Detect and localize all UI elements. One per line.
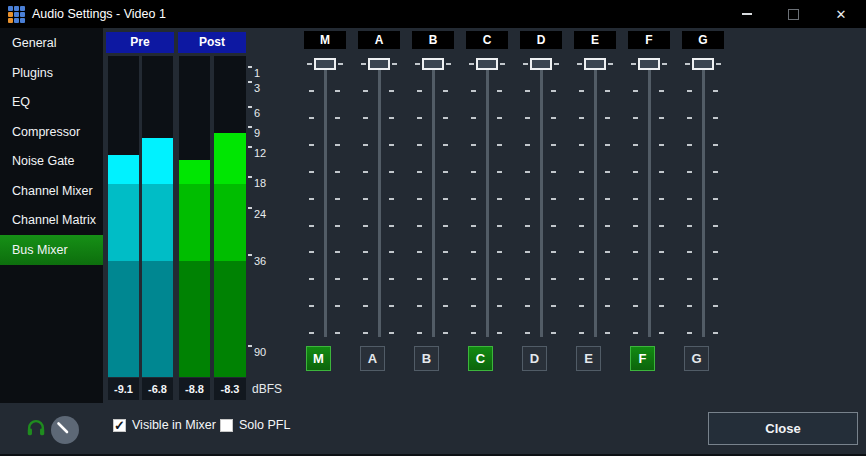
fader-label-c: C (466, 31, 508, 49)
bus-button-f[interactable]: F (630, 346, 655, 371)
fader-tick (335, 305, 340, 307)
fader-tick (335, 171, 340, 173)
bus-button-d[interactable]: D (522, 346, 547, 371)
fader-tick (716, 63, 721, 65)
fader-track[interactable] (594, 70, 597, 337)
headphones-icon[interactable] (25, 417, 47, 439)
fader-tick (363, 251, 368, 253)
close-window-button[interactable]: ✕ (816, 0, 866, 28)
fader-track[interactable] (432, 70, 435, 337)
fader-tick (471, 332, 476, 334)
fader-handle-d[interactable] (530, 58, 552, 70)
bus-button-m[interactable]: M (306, 346, 331, 371)
fader-tick (525, 144, 530, 146)
fader-tick (417, 305, 422, 307)
fader-tick (471, 117, 476, 119)
fader-tick (579, 278, 584, 280)
meter-fill-segment (214, 133, 246, 184)
fader-tick (443, 144, 448, 146)
fader-tick (389, 225, 394, 227)
fader-tick (579, 198, 584, 200)
fader-tick (577, 63, 582, 65)
fader-track[interactable] (702, 70, 705, 337)
monitor-knob-icon[interactable] (50, 415, 80, 445)
fader-handle-b[interactable] (422, 58, 444, 70)
fader-track[interactable] (378, 70, 381, 337)
fader-track[interactable] (486, 70, 489, 337)
fader-tick (633, 171, 638, 173)
fader-tick (363, 225, 368, 227)
sidebar-item-plugins[interactable]: Plugins (0, 58, 103, 88)
fader-tick (605, 225, 610, 227)
fader-tick (579, 251, 584, 253)
fader-tick (497, 278, 502, 280)
fader-tick (551, 332, 556, 334)
close-button[interactable]: Close (708, 412, 858, 445)
fader-track[interactable] (540, 70, 543, 337)
fader-tick (631, 63, 636, 65)
bus-button-g[interactable]: G (684, 346, 709, 371)
fader-tick (443, 278, 448, 280)
scale-tick (248, 81, 252, 83)
meter-fill-segment (108, 261, 139, 377)
bus-button-a[interactable]: A (360, 346, 385, 371)
fader-handle-e[interactable] (584, 58, 606, 70)
sidebar-item-general[interactable]: General (0, 28, 103, 58)
fader-handle-f[interactable] (638, 58, 660, 70)
sidebar-item-eq[interactable]: EQ (0, 87, 103, 117)
fader-tick (497, 251, 502, 253)
fader-column-d: DD (514, 28, 568, 378)
sidebar-item-noise-gate[interactable]: Noise Gate (0, 146, 103, 176)
meter-fill-segment (179, 184, 210, 261)
bus-button-e[interactable]: E (576, 346, 601, 371)
fader-tick (525, 332, 530, 334)
scale-number: 36 (254, 255, 266, 267)
bus-button-b[interactable]: B (414, 346, 439, 371)
fader-tick (309, 171, 314, 173)
sidebar-item-bus-mixer[interactable]: Bus Mixer (0, 235, 103, 265)
fader-tick (713, 90, 718, 92)
scale-tick (248, 126, 252, 128)
fader-tick (551, 278, 556, 280)
sidebar-item-channel-mixer[interactable]: Channel Mixer (0, 176, 103, 206)
fader-label-a: A (358, 31, 400, 49)
app-icon-cell (8, 12, 13, 17)
fader-tick (417, 198, 422, 200)
fader-tick (471, 198, 476, 200)
solo-pfl-checkbox[interactable] (220, 419, 233, 432)
fader-tick (551, 90, 556, 92)
fader-label-b: B (412, 31, 454, 49)
fader-handle-c[interactable] (476, 58, 498, 70)
fader-tick (363, 144, 368, 146)
fader-tick (471, 225, 476, 227)
fader-tick (605, 117, 610, 119)
fader-tick (443, 332, 448, 334)
fader-tick (662, 63, 667, 65)
fader-tick (309, 251, 314, 253)
dbfs-unit-label: dBFS (252, 378, 282, 400)
fader-tick (361, 63, 366, 65)
visible-in-mixer-checkbox[interactable]: ✓ (113, 419, 126, 432)
fader-tick (335, 90, 340, 92)
bus-button-c[interactable]: C (468, 346, 493, 371)
fader-tick (471, 305, 476, 307)
app-icon-cell (14, 12, 19, 17)
maximize-button[interactable] (770, 0, 816, 28)
fader-tick (417, 332, 422, 334)
fader-tick (335, 144, 340, 146)
fader-track[interactable] (324, 70, 327, 337)
sidebar-item-compressor[interactable]: Compressor (0, 117, 103, 147)
fader-handle-m[interactable] (314, 58, 336, 70)
fader-tick (659, 90, 664, 92)
minimize-button[interactable] (724, 0, 770, 28)
fader-handle-a[interactable] (368, 58, 390, 70)
fader-tick (659, 198, 664, 200)
fader-handle-g[interactable] (692, 58, 714, 70)
fader-tick (497, 332, 502, 334)
fader-tick (497, 225, 502, 227)
fader-tick (713, 332, 718, 334)
sidebar-item-channel-matrix[interactable]: Channel Matrix (0, 205, 103, 235)
fader-track[interactable] (648, 70, 651, 337)
fader-tick (471, 278, 476, 280)
fader-tick (659, 251, 664, 253)
